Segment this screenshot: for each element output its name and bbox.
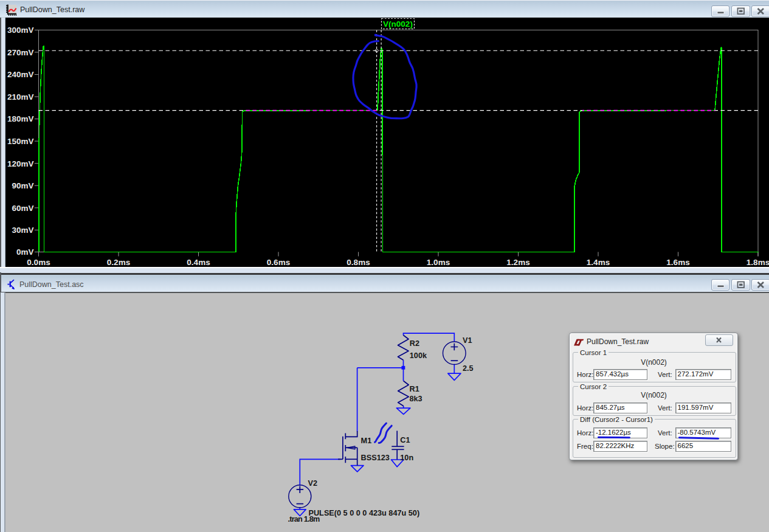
svg-text:PULSE(0 5 0 0 0 423u 847u 50): PULSE(0 5 0 0 0 423u 847u 50) [309, 509, 420, 517]
svg-text:150mV: 150mV [7, 137, 34, 146]
svg-text:1.8ms: 1.8ms [747, 258, 769, 267]
svg-text:0.4ms: 0.4ms [187, 258, 210, 267]
svg-text:300mV: 300mV [7, 26, 34, 35]
svg-text:1.4ms: 1.4ms [587, 258, 610, 267]
svg-text:10n: 10n [400, 454, 413, 462]
svg-text:90mV: 90mV [12, 181, 33, 190]
svg-text:0.0ms: 0.0ms [27, 258, 50, 267]
svg-text:2.5: 2.5 [463, 364, 474, 373]
svg-text:60mV: 60mV [12, 204, 33, 213]
svg-text:C1: C1 [400, 436, 410, 444]
svg-text:30mV: 30mV [12, 226, 33, 235]
svg-text:V2: V2 [308, 479, 318, 488]
svg-text:V1: V1 [463, 336, 472, 345]
svg-text:V(n002): V(n002) [383, 19, 413, 29]
svg-text:M1: M1 [361, 437, 372, 445]
svg-text:1.2ms: 1.2ms [506, 258, 529, 267]
svg-text:0.2ms: 0.2ms [107, 258, 130, 267]
svg-text:.tran 1.8m: .tran 1.8m [288, 515, 320, 523]
svg-text:270mV: 270mV [7, 48, 34, 57]
svg-text:1.6ms: 1.6ms [666, 258, 689, 267]
svg-text:0mV: 0mV [16, 247, 34, 257]
svg-text:R2: R2 [410, 339, 419, 348]
svg-text:100k: 100k [410, 351, 427, 360]
svg-text:180mV: 180mV [7, 114, 34, 123]
svg-text:0.8ms: 0.8ms [347, 258, 370, 267]
svg-text:BSS123: BSS123 [361, 454, 390, 462]
svg-text:8k3: 8k3 [410, 395, 422, 403]
svg-text:120mV: 120mV [7, 159, 34, 168]
svg-text:240mV: 240mV [7, 70, 34, 79]
svg-text:210mV: 210mV [7, 92, 34, 102]
svg-text:R1: R1 [410, 385, 419, 393]
svg-text:1.0ms: 1.0ms [427, 258, 450, 267]
svg-text:0.6ms: 0.6ms [267, 258, 290, 267]
